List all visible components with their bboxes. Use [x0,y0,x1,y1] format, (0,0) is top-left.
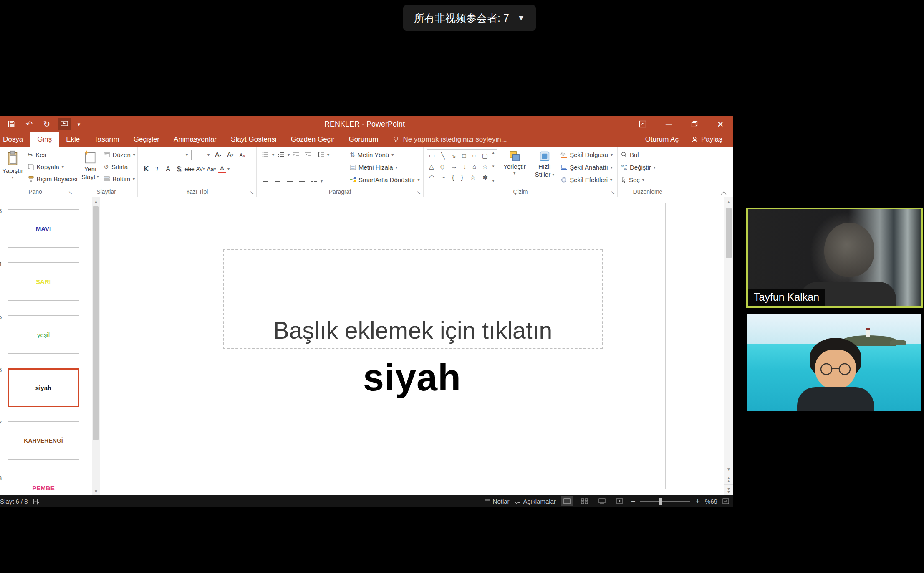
shape-left-brace[interactable]: { [452,174,454,181]
underline-button[interactable]: A [163,163,173,175]
sign-in-button[interactable]: Oturum Aç [640,135,684,144]
format-painter-button[interactable]: Biçim Boyacısı [28,173,78,185]
video-tile-active-speaker[interactable]: Tayfun Kalkan [746,208,923,308]
redo-button[interactable]: ↻ [40,118,53,130]
shape-star-2[interactable]: ☆ [470,174,475,181]
find-button[interactable]: Bul [621,149,675,160]
slide-thumbnail-5[interactable]: yeşil [8,315,79,354]
font-size-combobox[interactable]: ▾ [191,150,211,160]
notes-toggle[interactable]: Notlar [485,498,510,505]
notes-page-icon[interactable] [33,498,39,505]
title-placeholder[interactable]: Başlık eklemek için tıklatın [223,249,603,349]
text-shadow-button[interactable]: S [174,163,184,175]
collapse-ribbon-button[interactable] [721,191,727,195]
tab-file[interactable]: Dosya [0,132,30,147]
shape-diamond[interactable]: ◇ [440,163,445,170]
main-scrollbar[interactable]: ▲ ▼ ▲▲ ▼▼ [724,197,733,495]
layout-button[interactable]: Düzen ▾ [104,149,135,160]
shape-oval[interactable]: ○ [472,152,476,160]
drawing-dialog-launcher[interactable]: ↘ [610,190,616,196]
scrollbar-thumb[interactable] [93,206,99,440]
previous-slide-button[interactable]: ▲▲ [724,474,733,484]
tab-home[interactable]: Giriş [30,132,59,147]
clipboard-dialog-launcher[interactable]: ↘ [67,190,73,196]
change-case-button[interactable]: Aa▾ [206,163,217,175]
decrease-indent-button[interactable] [291,149,302,160]
next-slide-button[interactable]: ▼▼ [724,484,733,495]
video-tile-participant[interactable] [747,314,921,411]
shape-right-brace[interactable]: } [461,174,463,181]
participants-dropdown[interactable]: 所有非视频参会者: 7 ▼ [403,5,536,31]
tab-animations[interactable]: Animasyonlar [167,132,224,147]
tab-transitions[interactable]: Geçişler [126,132,167,147]
restore-button[interactable] [682,116,707,132]
scroll-up-arrow[interactable]: ▲ [94,197,98,205]
comments-toggle[interactable]: Açıklamalar [515,498,556,505]
slide-thumbnail-6-selected[interactable]: siyah [8,368,79,407]
zoom-level[interactable]: %69 [705,498,717,505]
bold-button[interactable]: K [141,163,151,175]
increase-font-size-button[interactable]: A▴ [213,149,223,160]
scroll-down-arrow[interactable]: ▼ [727,464,731,474]
tell-me-box[interactable]: Ne yapmak istediğinizi söyleyin... [385,132,514,147]
text-direction-button[interactable]: ⇅ Metin Yönü ▾ [350,149,419,160]
slide-sorter-view-button[interactable] [578,496,591,506]
tab-slideshow[interactable]: Slayt Gösterisi [224,132,284,147]
share-button[interactable]: Paylaş [686,135,727,144]
select-button[interactable]: Seç ▾ [621,174,675,185]
scroll-down-arrow[interactable]: ▼ [94,487,98,495]
slide[interactable]: Başlık eklemek için tıklatın siyah [159,203,666,489]
start-slideshow-button[interactable] [58,118,71,130]
shapes-scroll-up[interactable]: ▴ [492,150,495,155]
align-center-button[interactable] [272,175,283,186]
shape-rounded-rectangle[interactable]: ▢ [482,152,488,160]
slideshow-view-button[interactable] [613,496,626,506]
tab-design[interactable]: Tasarım [87,132,126,147]
slide-thumbnail-4[interactable]: SARI [8,262,79,301]
zoom-slider[interactable] [640,501,690,502]
font-dialog-launcher[interactable]: ↘ [249,190,255,196]
shape-rectangle[interactable]: □ [462,152,466,160]
clear-formatting-button[interactable]: A [237,149,247,160]
slide-thumbnail-7[interactable]: KAHVERENGİ [8,421,79,460]
shape-down-arrow[interactable]: ↓ [463,163,467,170]
close-button[interactable]: × [707,116,733,132]
new-slide-button[interactable]: Yeni Slayt ▾ [78,149,102,188]
align-left-button[interactable] [260,175,271,186]
slide-thumbnail-8[interactable]: PEMBE [8,477,79,495]
character-spacing-button[interactable]: AV▾ [195,163,206,175]
scroll-up-arrow[interactable]: ▲ [727,197,731,206]
ribbon-display-options-button[interactable] [630,116,656,132]
cut-button[interactable]: ✂ Kes [28,149,78,160]
italic-button[interactable]: T [152,163,162,175]
arrange-button[interactable]: Yerleştir ▾ [500,149,529,188]
save-button[interactable] [5,118,18,130]
shape-home[interactable]: ⌂ [472,163,476,170]
align-right-button[interactable] [284,175,295,186]
paste-button[interactable]: Yapıştır ▾ [0,149,26,188]
normal-view-button[interactable] [561,496,573,506]
copy-button[interactable]: Kopyala ▾ [28,161,78,172]
align-text-button[interactable]: Metni Hizala ▾ [350,162,419,173]
shape-outline-button[interactable]: Şekil Anahattı ▾ [560,162,613,173]
shape-arrow[interactable]: ↘ [451,152,456,160]
zoom-slider-thumb[interactable] [659,498,662,505]
paragraph-dialog-launcher[interactable]: ↘ [416,190,422,196]
bullets-button[interactable] [260,149,271,160]
shape-triangle[interactable]: △ [429,163,434,170]
reset-button[interactable]: ↺ Sıfırla [104,161,135,172]
font-color-button[interactable]: A [217,164,227,174]
shape-right-arrow[interactable]: → [451,163,457,170]
shape-text-box[interactable]: ▭ [429,152,435,160]
zoom-out-button[interactable]: − [631,497,636,506]
reading-view-button[interactable] [596,496,608,506]
shape-line[interactable]: ╲ [441,152,445,160]
increase-indent-button[interactable] [303,149,314,160]
convert-smartart-button[interactable]: SmartArt'a Dönüştür ▾ [350,174,419,185]
numbering-button[interactable] [275,149,286,160]
quick-styles-button[interactable]: Hızlı Stiller ▾ [532,149,558,188]
shape-effects-button[interactable]: Şekil Efektleri ▾ [560,174,613,185]
thumbnail-scrollbar[interactable]: ▲ ▼ [92,197,100,495]
scrollbar-thumb[interactable] [726,208,732,258]
slide-thumbnail-3[interactable]: MAVİ [8,209,79,248]
